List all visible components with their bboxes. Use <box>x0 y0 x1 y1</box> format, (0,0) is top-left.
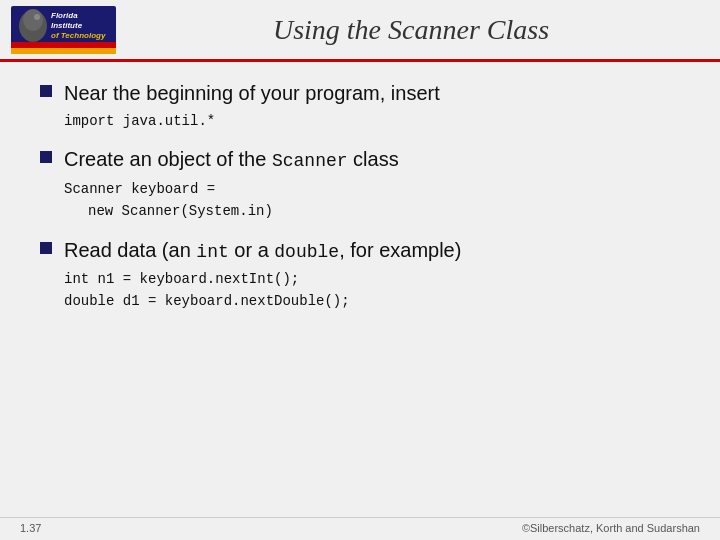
code-line-2-2: new Scanner(System.in) <box>88 200 680 222</box>
title-area: Using the Scanner Class <box>118 14 704 46</box>
bullet-text-2: Create an object of the Scanner class <box>64 146 399 173</box>
bullet-row-3: Read data (an int or a double, for examp… <box>40 237 680 264</box>
svg-text:Florida: Florida <box>51 11 78 20</box>
code-line-1-1: import java.util.* <box>64 113 215 129</box>
slide-title: Using the Scanner Class <box>273 14 549 46</box>
svg-point-4 <box>23 9 43 31</box>
bullet-square-3 <box>40 242 52 254</box>
svg-text:of Technology: of Technology <box>51 31 106 40</box>
bullet-square-1 <box>40 85 52 97</box>
svg-point-5 <box>34 14 40 20</box>
page-number: 1.37 <box>20 522 41 534</box>
slide: Florida Institute of Technology Using th… <box>0 0 720 540</box>
code-block-2: Scanner keyboard = new Scanner(System.in… <box>64 178 680 223</box>
code-line-2-1: Scanner keyboard = <box>64 178 680 200</box>
bullet-text-1: Near the beginning of your program, inse… <box>64 80 440 106</box>
code-line-3-2: double d1 = keyboard.nextDouble(); <box>64 290 680 312</box>
bullet-row-2: Create an object of the Scanner class <box>40 146 680 173</box>
svg-rect-2 <box>11 48 116 54</box>
code-block-3: int n1 = keyboard.nextInt(); double d1 =… <box>64 268 680 313</box>
bullet-square-2 <box>40 151 52 163</box>
code-line-3-1: int n1 = keyboard.nextInt(); <box>64 268 680 290</box>
slide-header: Florida Institute of Technology Using th… <box>0 0 720 62</box>
slide-content: Near the beginning of your program, inse… <box>0 62 720 517</box>
bullet-section-3: Read data (an int or a double, for examp… <box>40 237 680 313</box>
svg-text:Institute: Institute <box>51 21 83 30</box>
footer-credit: ©Silberschatz, Korth and Sudarshan <box>522 522 700 534</box>
slide-footer: 1.37 ©Silberschatz, Korth and Sudarshan <box>0 517 720 540</box>
bullet-text-3: Read data (an int or a double, for examp… <box>64 237 461 264</box>
bullet-section-1: Near the beginning of your program, inse… <box>40 80 680 132</box>
code-inline-int: int <box>196 242 228 262</box>
code-inline-scanner: Scanner <box>272 151 348 171</box>
bullet-row-1: Near the beginning of your program, inse… <box>40 80 680 106</box>
svg-rect-1 <box>11 42 116 48</box>
logo-area: Florida Institute of Technology <box>8 5 118 55</box>
fit-logo: Florida Institute of Technology <box>11 6 116 54</box>
bullet-section-2: Create an object of the Scanner class Sc… <box>40 146 680 222</box>
code-inline-double: double <box>274 242 339 262</box>
code-block-1: import java.util.* <box>64 110 680 132</box>
